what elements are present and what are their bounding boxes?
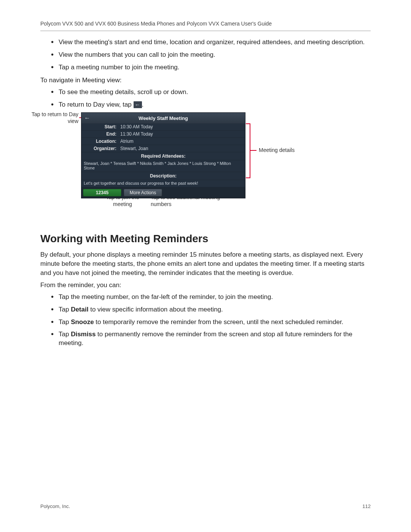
meeting-title: Weekly Staff Meeting xyxy=(93,115,245,121)
callout-return-day: Tap to return to Day view xyxy=(29,111,78,125)
value-organizer: Stewart, Joan xyxy=(120,146,245,151)
reminder-bullet-join: Tap the meeting number, on the far-left … xyxy=(59,293,371,302)
reminders-p2: From the reminder, you can: xyxy=(40,281,371,290)
label-location: Location: xyxy=(81,139,120,144)
phone-titlebar: ← Weekly Staff Meeting xyxy=(81,113,245,123)
bullet-view-details: View the meeting's start and end time, l… xyxy=(59,38,371,47)
label-start: Start: xyxy=(81,124,120,129)
reminder-bullet-detail: Tap Detail to view specific information … xyxy=(59,305,371,314)
value-location: Atrium xyxy=(120,139,245,144)
footer-page-num: 112 xyxy=(362,503,371,509)
meeting-view-figure: Tap to return to Day view Meeting detail… xyxy=(40,113,371,212)
bullet-view-numbers: View the numbers that you can call to jo… xyxy=(59,51,371,59)
footer-company: Polycom, Inc. xyxy=(40,503,70,509)
label-organizer: Organizer: xyxy=(81,146,120,151)
description-head: Description: xyxy=(81,172,245,180)
doc-header: Polycom VVX 500 and VVX 600 Business Med… xyxy=(40,21,371,27)
back-arrow-icon xyxy=(134,101,142,108)
bullet-tap-number: Tap a meeting number to join the meeting… xyxy=(59,63,371,72)
value-start: 10:30 AM Today xyxy=(120,124,245,129)
details-bracket xyxy=(246,123,250,178)
reminder-bullet-snooze: Tap Snooze to temporarily remove the rem… xyxy=(59,318,371,327)
softkey-join[interactable]: 12345 xyxy=(83,189,121,197)
nav-bullet-scroll: To see the meeting details, scroll up or… xyxy=(59,88,371,97)
description-text: Let's get together and discuss our progr… xyxy=(81,180,245,187)
back-button[interactable]: ← xyxy=(81,113,93,123)
softkey-bar: 12345 More Actions xyxy=(81,187,245,198)
nav-bullet-return-text: To return to Day view, tap xyxy=(59,101,134,108)
nav-bullet-return: To return to Day view, tap . xyxy=(59,101,371,109)
phone-screenshot: ← Weekly Staff Meeting Start:10:30 AM To… xyxy=(81,113,245,198)
label-end: End: xyxy=(81,131,120,137)
reminder-bullet-dismiss: Tap Dismiss to permanently remove the re… xyxy=(59,330,371,348)
softkey-empty xyxy=(205,189,244,197)
nav-intro: To navigate in Meeting view: xyxy=(40,76,371,85)
section-title-reminders: Working with Meeting Reminders xyxy=(40,233,371,245)
softkey-empty xyxy=(164,189,203,197)
callout-meeting-details: Meeting details xyxy=(259,147,295,154)
softkey-more-actions[interactable]: More Actions xyxy=(124,189,162,197)
period: . xyxy=(142,101,144,108)
required-attendees-head: Required Attendees: xyxy=(81,152,245,160)
reminders-p1: By default, your phone displays a meetin… xyxy=(40,250,371,277)
required-attendees: Stewart, Joan * Teresa Swift * Nikola Sm… xyxy=(81,160,245,172)
header-rule xyxy=(40,30,371,31)
callout-line xyxy=(250,150,256,151)
value-end: 11:30 AM Today xyxy=(120,131,245,137)
